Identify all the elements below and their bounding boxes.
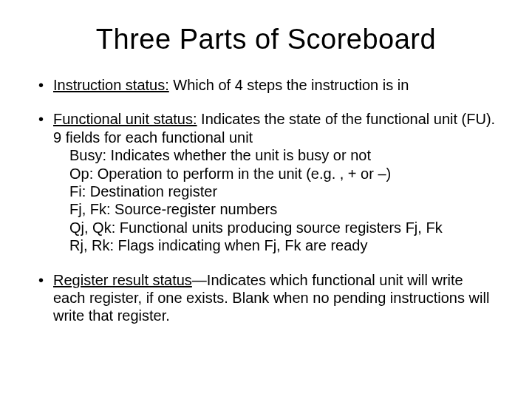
text-instruction-status: Which of 4 steps the instruction is in (169, 77, 409, 93)
field-busy-desc: Indicates whether the unit is busy or no… (106, 147, 371, 163)
label-functional-unit-status: Functional unit status: (53, 111, 197, 127)
field-qjqk-desc: Functional units producing source regist… (115, 219, 442, 236)
field-busy: Busy: Indicates whether the unit is busy… (69, 146, 497, 164)
field-fi-desc: Destination register (86, 183, 217, 200)
field-op-name: Op: (69, 166, 93, 182)
field-rjrk: Rj, Rk: Flags indicating when Fj, Fk are… (69, 236, 497, 254)
field-op: Op: Operation to perform in the unit (e.… (69, 165, 497, 183)
bullet-functional-unit-status: Functional unit status: Indicates the st… (35, 110, 497, 254)
page-title: Three Parts of Scoreboard (35, 24, 497, 55)
field-fi-name: Fi: (69, 183, 86, 200)
label-instruction-status: Instruction status: (53, 77, 169, 93)
field-list: Busy: Indicates whether the unit is busy… (53, 146, 497, 254)
field-fjfk-name: Fj, Fk: (69, 201, 111, 217)
bullet-list: Instruction status: Which of 4 steps the… (35, 76, 497, 325)
field-fi: Fi: Destination register (69, 183, 497, 200)
bullet-instruction-status: Instruction status: Which of 4 steps the… (35, 76, 497, 94)
field-op-desc: Operation to perform in the unit (e.g. ,… (93, 166, 391, 182)
field-busy-name: Busy: (69, 147, 106, 163)
field-rjrk-desc: Flags indicating when Fj, Fk are ready (114, 237, 368, 253)
slide: Three Parts of Scoreboard Instruction st… (0, 0, 532, 399)
bullet-register-result-status: Register result status—Indicates which f… (35, 271, 497, 325)
label-register-result-status: Register result status (53, 272, 192, 288)
field-rjrk-name: Rj, Rk: (69, 237, 114, 253)
field-fjfk: Fj, Fk: Source-register numbers (69, 200, 497, 218)
field-qjqk-name: Qj, Qk: (69, 219, 115, 236)
field-qjqk: Qj, Qk: Functional units producing sourc… (69, 219, 497, 236)
field-fjfk-desc: Source-register numbers (111, 201, 278, 217)
